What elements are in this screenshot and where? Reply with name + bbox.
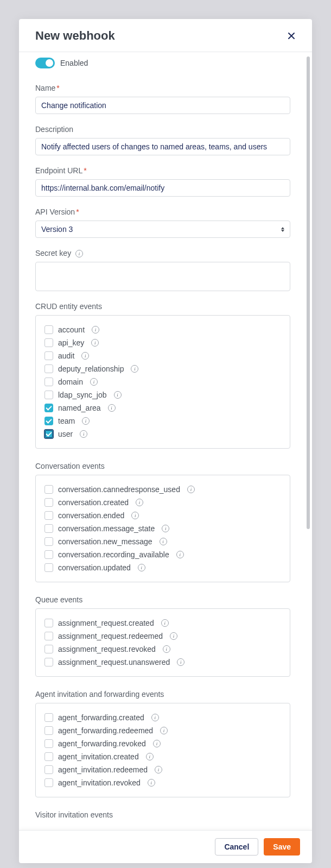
checkbox[interactable] xyxy=(44,765,53,774)
checkbox[interactable] xyxy=(44,739,53,748)
event-row-conversation-updated[interactable]: conversation.updatedi xyxy=(44,561,281,574)
checkbox[interactable] xyxy=(44,778,53,787)
checkbox[interactable] xyxy=(44,404,53,412)
checkbox[interactable] xyxy=(44,391,53,399)
endpoint-input[interactable] xyxy=(35,179,290,197)
info-icon[interactable]: i xyxy=(75,250,83,257)
event-row-domain[interactable]: domaini xyxy=(44,375,281,388)
event-row-agent-invitation-redeemed[interactable]: agent_invitation.redeemedi xyxy=(44,763,281,776)
info-icon[interactable]: i xyxy=(114,391,122,399)
event-row-conversation-new-message[interactable]: conversation.new_messagei xyxy=(44,535,281,548)
event-row-agent-forwarding-created[interactable]: agent_forwarding.createdi xyxy=(44,711,281,724)
info-icon[interactable]: i xyxy=(131,365,138,373)
checkbox[interactable] xyxy=(44,563,53,572)
event-row-agent-invitation-created[interactable]: agent_invitation.createdi xyxy=(44,750,281,763)
event-row-conversation-cannedresponse-used[interactable]: conversation.cannedresponse_usedi xyxy=(44,483,281,496)
scrollbar-thumb[interactable] xyxy=(307,56,310,529)
close-icon[interactable] xyxy=(287,32,296,40)
checkbox[interactable] xyxy=(44,550,53,559)
info-icon[interactable]: i xyxy=(146,753,154,760)
info-icon[interactable]: i xyxy=(90,378,98,386)
event-row-named-area[interactable]: named_areai xyxy=(44,401,281,414)
event-row-assignment-request-unanswered[interactable]: assignment_request.unansweredi xyxy=(44,656,281,669)
checkbox[interactable] xyxy=(44,498,53,507)
info-icon[interactable]: i xyxy=(163,645,170,653)
event-label: assignment_request.unanswered xyxy=(58,657,170,668)
event-row-user[interactable]: useri xyxy=(44,427,281,441)
event-row-agent-invitation-revoked[interactable]: agent_invitation.revokedi xyxy=(44,776,281,789)
info-icon[interactable]: i xyxy=(153,740,161,747)
checkbox[interactable] xyxy=(44,325,53,334)
checkbox[interactable] xyxy=(44,364,53,373)
event-row-audit[interactable]: auditi xyxy=(44,349,281,362)
info-icon[interactable]: i xyxy=(131,512,139,519)
info-icon[interactable]: i xyxy=(148,779,155,787)
event-label: account xyxy=(58,324,85,335)
name-input[interactable] xyxy=(35,97,290,114)
event-label: team xyxy=(58,416,75,426)
checkbox[interactable] xyxy=(44,658,53,666)
info-icon[interactable]: i xyxy=(108,404,116,412)
info-icon[interactable]: i xyxy=(82,417,90,425)
info-icon[interactable]: i xyxy=(91,339,99,347)
checkbox[interactable] xyxy=(44,378,53,386)
info-icon[interactable]: i xyxy=(80,430,87,438)
enabled-toggle[interactable] xyxy=(35,58,55,68)
event-label: audit xyxy=(58,350,74,361)
checkbox[interactable] xyxy=(44,645,53,653)
event-row-ldap-sync-job[interactable]: ldap_sync_jobi xyxy=(44,388,281,401)
info-icon[interactable]: i xyxy=(162,525,169,532)
event-row-conversation-recording-available[interactable]: conversation.recording_availablei xyxy=(44,548,281,561)
save-button[interactable]: Save xyxy=(264,838,300,856)
event-label: conversation.recording_available xyxy=(58,549,169,560)
event-row-team[interactable]: teami xyxy=(44,414,281,427)
secretkey-input[interactable] xyxy=(35,262,290,291)
info-icon[interactable]: i xyxy=(151,714,159,721)
checkbox[interactable] xyxy=(44,511,53,520)
info-icon[interactable]: i xyxy=(187,486,195,493)
checkbox[interactable] xyxy=(44,726,53,735)
modal-footer: Cancel Save xyxy=(19,830,312,863)
event-row-agent-forwarding-revoked[interactable]: agent_forwarding.revokedi xyxy=(44,737,281,750)
checkbox[interactable] xyxy=(44,430,53,438)
checkbox[interactable] xyxy=(44,485,53,494)
info-icon[interactable]: i xyxy=(160,727,168,734)
event-row-assignment-request-redeemed[interactable]: assignment_request.redeemedi xyxy=(44,630,281,643)
apiversion-value: Version 3 xyxy=(41,225,73,234)
info-icon[interactable]: i xyxy=(92,326,99,334)
event-row-assignment-request-created[interactable]: assignment_request.createdi xyxy=(44,617,281,630)
info-icon[interactable]: i xyxy=(136,499,143,506)
info-icon[interactable]: i xyxy=(160,538,167,545)
event-row-conversation-message-state[interactable]: conversation.message_statei xyxy=(44,522,281,535)
event-row-deputy-relationship[interactable]: deputy_relationshipi xyxy=(44,362,281,375)
apiversion-select[interactable]: Version 3 xyxy=(35,221,290,238)
event-row-agent-forwarding-redeemed[interactable]: agent_forwarding.redeemedi xyxy=(44,724,281,737)
event-label: agent_invitation.revoked xyxy=(58,777,141,788)
event-row-assignment-request-revoked[interactable]: assignment_request.revokedi xyxy=(44,643,281,656)
endpoint-label: Endpoint URL* xyxy=(35,166,290,175)
info-icon[interactable]: i xyxy=(138,564,145,571)
description-input[interactable] xyxy=(35,138,290,155)
checkbox[interactable] xyxy=(44,713,53,722)
event-row-api-key[interactable]: api_keyi xyxy=(44,336,281,349)
event-row-account[interactable]: accounti xyxy=(44,323,281,336)
info-icon[interactable]: i xyxy=(155,766,162,773)
event-row-conversation-created[interactable]: conversation.createdi xyxy=(44,496,281,509)
info-icon[interactable]: i xyxy=(170,632,177,640)
info-icon[interactable]: i xyxy=(81,352,89,360)
scrollbar-track[interactable] xyxy=(307,56,310,826)
event-row-conversation-ended[interactable]: conversation.endedi xyxy=(44,509,281,522)
checkbox[interactable] xyxy=(44,338,53,347)
info-icon[interactable]: i xyxy=(176,551,184,558)
cancel-button[interactable]: Cancel xyxy=(215,838,258,856)
checkbox[interactable] xyxy=(44,632,53,640)
info-icon[interactable]: i xyxy=(161,619,169,627)
checkbox[interactable] xyxy=(44,619,53,627)
checkbox[interactable] xyxy=(44,752,53,761)
event-label: agent_invitation.created xyxy=(58,751,139,762)
checkbox[interactable] xyxy=(44,417,53,425)
checkbox[interactable] xyxy=(44,524,53,533)
info-icon[interactable]: i xyxy=(177,658,184,666)
checkbox[interactable] xyxy=(44,351,53,360)
checkbox[interactable] xyxy=(44,537,53,546)
